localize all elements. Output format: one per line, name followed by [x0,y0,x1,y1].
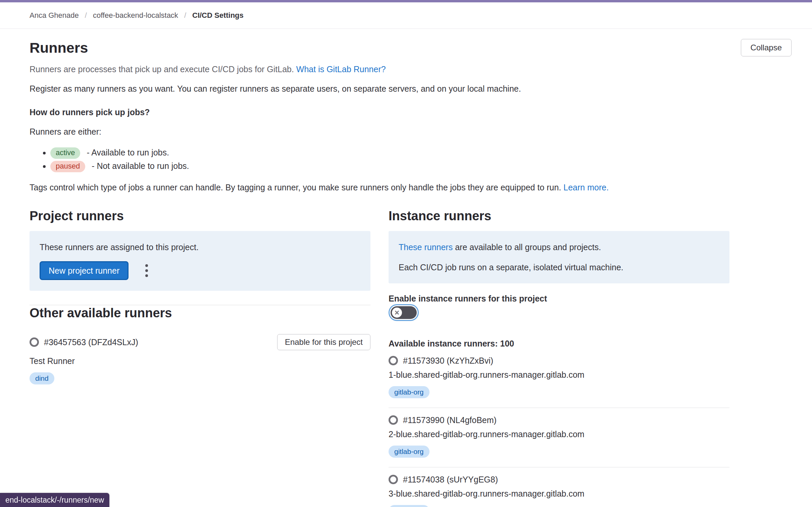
runner-state-list: active - Available to run jobs. paused -… [30,146,792,173]
instance-runners-info-box: These runners are available to all group… [389,231,729,283]
new-project-runner-button[interactable]: New project runner [40,261,129,280]
learn-more-link[interactable]: Learn more. [563,183,609,192]
instance-runner-row: #11574038 (sUrYYgEG8) 3-blue.shared-gitl… [389,467,729,507]
instance-runners-box-line1: These runners are available to all group… [399,242,719,252]
runner-tag-gitlab-org: gitlab-org [389,505,429,507]
runner-status-offline-icon [389,415,398,425]
runner-options-button[interactable] [143,262,151,279]
project-runners-box-text: These runners are assigned to this proje… [40,242,360,252]
breadcrumb-item-current: CI/CD Settings [192,11,244,20]
instance-runner-id-wrap: #11573930 (KzYhZxBvi) [389,355,729,366]
link-url-status-bar: end-localstack/-/runners/new [0,493,109,507]
instance-runners-toggle[interactable]: ✕ [389,304,419,321]
tags-text: Tags control which type of jobs a runner… [30,183,561,192]
top-accent-bar [0,0,812,2]
runner-tag-gitlab-org: gitlab-org [389,446,429,458]
kebab-dot [145,274,148,277]
instance-runner-host: 2-blue.shared-gitlab-org.runners-manager… [389,429,729,440]
breadcrumb-item-project[interactable]: coffee-backend-localstack [93,11,178,20]
main-content: Runners Collapse Runners are processes t… [0,39,812,507]
runner-tag-gitlab-org: gitlab-org [389,386,429,398]
these-runners-link[interactable]: These runners [399,242,453,252]
instance-runner-id: #11573930 (KzYhZxBvi) [403,355,493,366]
how-runners-heading: How do runners pick up jobs? [30,107,792,118]
instance-runners-box-line2: Each CI/CD job runs on a separate, isola… [399,262,719,273]
available-instance-runners-label: Available instance runners: 100 [389,338,729,349]
other-runner-row: #36457563 (DFZd4SLxJ) Enable for this pr… [30,334,370,350]
project-runners-actions: New project runner [40,261,360,280]
instance-runner-id-wrap: #11573990 (NL4gfoBem) [389,415,729,425]
runners-header-row: Runners Collapse [30,39,792,56]
runners-intro-text: Runners are processes that pick up and e… [30,64,792,75]
runner-status-offline-icon [389,356,398,365]
list-item: active - Available to run jobs. [50,146,792,159]
instance-runners-box-text: are available to all groups and projects… [453,242,601,252]
breadcrumb: Anca Ghenade / coffee-backend-localstack… [0,2,812,29]
project-runners-info-box: These runners are assigned to this proje… [30,231,370,291]
other-runner-description: Test Runner [30,356,370,366]
instance-runner-row: #11573990 (NL4gfoBem) 2-blue.shared-gitl… [389,408,729,467]
page-title: Runners [30,39,88,56]
what-is-gitlab-runner-link[interactable]: What is GitLab Runner? [296,64,386,74]
tags-info-text: Tags control which type of jobs a runner… [30,182,792,193]
collapse-button[interactable]: Collapse [741,39,792,56]
project-runners-column: Project runners These runners are assign… [30,208,370,507]
other-available-runners-heading: Other available runners [30,305,370,321]
active-state-badge: active [50,147,80,159]
breadcrumb-item-user[interactable]: Anca Ghenade [30,11,79,20]
project-runners-heading: Project runners [30,208,370,224]
instance-runner-id: #11574038 (sUrYYgEG8) [403,474,498,485]
intro-text: Runners are processes that pick up and e… [30,64,294,74]
register-text: Register as many runners as you want. Yo… [30,83,792,94]
active-state-description: - Available to run jobs. [87,148,169,157]
runners-either-text: Runners are either: [30,126,792,137]
runner-status-offline-icon [389,475,398,484]
instance-runner-host: 3-blue.shared-gitlab-org.runners-manager… [389,488,729,499]
enable-instance-runners-label: Enable instance runners for this project [389,293,729,304]
instance-runners-heading: Instance runners [389,208,729,224]
instance-runner-id-wrap: #11574038 (sUrYYgEG8) [389,474,729,485]
toggle-track: ✕ [391,306,417,319]
kebab-dot [145,269,148,272]
instance-runner-id: #11573990 (NL4gfoBem) [403,415,497,425]
kebab-icon [145,264,148,277]
other-runner-id-wrap: #36457563 (DFZd4SLxJ) [30,337,138,348]
enable-for-project-button[interactable]: Enable for this project [277,334,370,350]
instance-runner-row: #11573930 (KzYhZxBvi) 1-blue.shared-gitl… [389,349,729,408]
instance-runners-column: Instance runners These runners are avail… [389,208,729,507]
runners-columns: Project runners These runners are assign… [30,208,792,507]
list-item: paused - Not available to run jobs. [50,159,792,173]
instance-runner-host: 1-blue.shared-gitlab-org.runners-manager… [389,369,729,380]
paused-state-badge: paused [50,161,85,172]
other-runner-id: #36457563 (DFZd4SLxJ) [44,337,138,348]
toggle-off-icon: ✕ [392,308,402,318]
breadcrumb-separator: / [184,11,186,20]
breadcrumb-separator: / [85,11,87,20]
runner-status-offline-icon [30,337,39,347]
kebab-dot [145,264,148,267]
runner-tag-dind: dind [30,372,54,384]
paused-state-description: - Not available to run jobs. [92,161,189,171]
